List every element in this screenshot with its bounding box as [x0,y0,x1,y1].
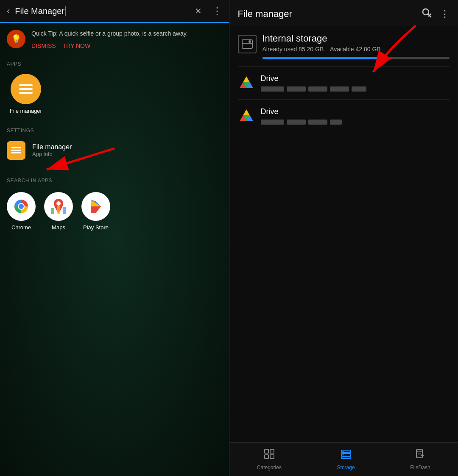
search-bar: ‹ File Manager ✕ ⋮ [0,0,229,23]
nav-storage[interactable]: Storage [337,448,355,470]
filedash-icon [415,448,426,462]
right-header-actions: ⋮ [422,8,450,20]
storage-device-icon [238,35,257,53]
redacted-5 [352,86,366,92]
search-menu-button[interactable]: ⋮ [212,5,222,17]
drive-items: Drive Drive [229,66,458,132]
redacted-4 [330,86,349,92]
drive-2-info: Drive [261,107,450,125]
svg-point-2 [19,204,24,209]
redacted-2 [287,86,306,92]
svg-rect-32 [270,449,274,453]
settings-item-title: File manager [32,143,72,151]
icon-lines [18,84,34,94]
icon-line-3 [19,92,33,94]
settings-file-manager-icon [7,141,25,160]
settings-icon-lines [11,147,21,153]
settings-line-1 [11,147,21,148]
settings-item[interactable]: File manager App info [7,137,222,164]
maps-icon [44,192,73,221]
redacted-1 [261,86,284,92]
icon-line-1 [19,84,33,86]
try-now-button[interactable]: Try Now [63,42,91,49]
svg-point-20 [249,41,251,42]
search-apps-icons: Chrome Maps [7,187,222,236]
drive-2-redacted [261,120,450,125]
tip-content: Quick Tip: A quick selfie or a group pho… [31,30,222,49]
drive-item-1[interactable]: Drive [238,66,450,99]
drive-item-2[interactable]: Drive [238,99,450,132]
categories-icon [264,448,275,462]
storage-bar-fill [263,57,388,59]
right-panel: File manager ⋮ Internal storage [229,0,458,476]
google-drive-icon-1 [238,75,255,92]
storage-info: Internal storage Already used 85.20 GB A… [263,33,450,59]
settings-line-3 [11,152,21,153]
drive-1-info: Drive [261,74,450,92]
playstore-icon [81,192,110,221]
drive-2-name: Drive [261,107,450,116]
storage-bar [263,57,450,59]
storage-icon [341,448,352,462]
google-drive-icon-2 [238,108,255,125]
bottom-nav: Categories Storage [229,442,458,476]
dismiss-button[interactable]: Dismiss [31,42,56,49]
right-title: File manager [238,8,292,19]
storage-used: Already used 85.20 GB [263,46,324,53]
storage-card[interactable]: Internal storage Already used 85.20 GB A… [238,33,450,59]
maps-label: Maps [52,224,65,231]
search-in-apps-section: Chrome Maps [0,187,229,236]
apps-section: File manager [0,70,229,121]
search-close-button[interactable]: ✕ [195,6,202,16]
categories-label: Categories [257,465,282,470]
svg-line-17 [429,14,431,16]
settings-line-2 [11,150,21,151]
settings-item-subtitle: App info [32,151,72,157]
back-button[interactable]: ‹ [7,6,10,17]
svg-point-4 [56,201,61,206]
nav-filedash[interactable]: FileDash [410,448,430,470]
redacted-8 [308,120,327,125]
drive-1-redacted [261,86,450,92]
icon-line-2 [19,88,33,90]
chrome-app-item[interactable]: Chrome [7,192,36,231]
lightbulb-icon: 💡 [11,34,22,44]
apps-section-label: APPS [0,54,229,70]
redacted-9 [330,120,342,125]
search-input-area[interactable]: File Manager [15,6,189,16]
redacted-7 [287,120,306,125]
left-panel: ‹ File Manager ✕ ⋮ 💡 Quick Tip: A quick … [0,0,229,476]
search-icon[interactable] [422,8,432,20]
svg-rect-37 [341,457,351,459]
search-in-apps-label: SEARCH IN APPS [0,171,229,187]
filedash-label: FileDash [410,465,430,470]
playstore-app-item[interactable]: Play Store [81,192,110,231]
svg-rect-34 [270,455,274,459]
maps-app-item[interactable]: Maps [44,192,73,231]
redacted-3 [308,86,327,92]
storage-stats: Already used 85.20 GB Available 42.80 GB [263,46,450,53]
svg-rect-5 [51,208,54,214]
svg-rect-31 [265,449,268,453]
file-manager-label: File manager [10,108,42,114]
quick-tip-banner: 💡 Quick Tip: A quick selfie or a group p… [0,23,229,54]
menu-icon[interactable]: ⋮ [440,8,450,19]
tip-actions: Dismiss Try Now [31,42,222,49]
right-header: File manager ⋮ [229,0,458,26]
cursor [65,6,66,16]
storage-label: Storage [337,465,355,470]
chrome-label: Chrome [11,224,31,231]
nav-categories[interactable]: Categories [257,448,282,470]
svg-rect-6 [57,206,60,214]
file-manager-app-item[interactable]: File manager [7,74,45,114]
tip-text: Quick Tip: A quick selfie or a group pho… [31,30,222,38]
redacted-6 [261,120,284,125]
file-manager-icon [11,74,41,104]
settings-section-label: SETTINGS [0,121,229,137]
svg-rect-33 [265,455,268,459]
tip-icon: 💡 [7,30,25,48]
svg-rect-7 [63,207,66,214]
chrome-icon [7,192,36,221]
settings-section: File manager App info [0,137,229,171]
settings-item-text: File manager App info [32,143,72,157]
